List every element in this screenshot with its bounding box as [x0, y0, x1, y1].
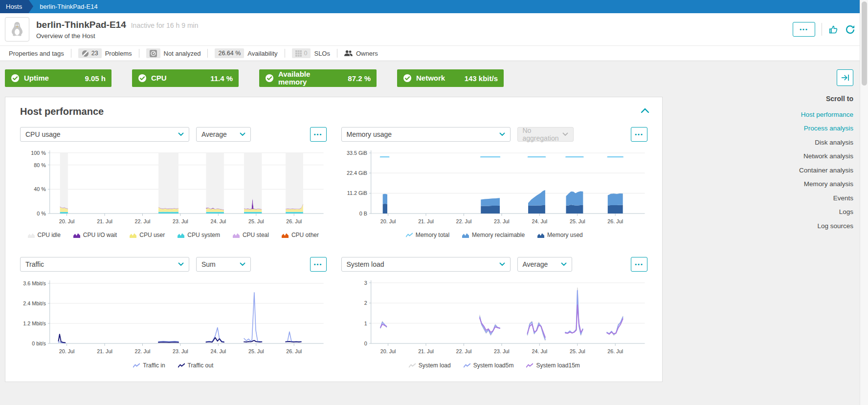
checkmark-icon [403, 74, 412, 83]
tab-badge: 0 [292, 48, 311, 58]
breadcrumb-hosts[interactable]: Hosts [0, 0, 29, 13]
chart-options-button[interactable]: ••• [631, 127, 647, 142]
cpu-usage-chart[interactable]: 0 %40 %80 %100 %20. Jul21. Jul22. Jul23.… [20, 147, 327, 228]
scroll-link-logs[interactable]: Logs [799, 208, 853, 215]
metric-selector-dropdown[interactable]: Memory usage [341, 127, 511, 142]
tile-label: Available memory [278, 70, 325, 86]
scroll-link-container-analysis[interactable]: Container analysis [799, 167, 853, 174]
tab-owners[interactable]: Owners [337, 46, 385, 61]
tile-network[interactable]: Network143 kbit/s [397, 69, 504, 87]
legend-label: Traffic in [143, 362, 165, 369]
scroll-link-network-analysis[interactable]: Network analysis [799, 152, 853, 160]
ellipsis-icon: ••• [635, 262, 644, 267]
legend-item-memory-total[interactable]: Memory total [406, 232, 449, 238]
ellipsis-icon: ••• [314, 132, 323, 137]
scrollbar[interactable] [860, 0, 868, 405]
scroll-link-host-performance[interactable]: Host performance [799, 111, 853, 118]
host-performance-card: Host performance CPU usageAverage•••0 %4… [5, 97, 663, 382]
tab-problems[interactable]: 23Problems [71, 46, 139, 61]
svg-text:23. Jul: 23. Jul [494, 348, 510, 354]
thumbs-up-button[interactable] [828, 24, 839, 35]
metric-selector-dropdown[interactable]: System load [341, 257, 511, 272]
refresh-icon [845, 24, 855, 35]
svg-text:0 B: 0 B [359, 211, 367, 216]
scroll-nav: Host performanceProcess analysisDisk ana… [799, 104, 853, 230]
svg-text:24. Jul: 24. Jul [210, 218, 226, 224]
tile-available-memory[interactable]: Available memory87.2 % [259, 69, 377, 87]
tab-badge [146, 48, 160, 58]
scroll-link-events[interactable]: Events [799, 194, 853, 202]
metric-selector-dropdown[interactable]: Traffic [20, 257, 189, 272]
more-actions-button[interactable]: ••• [793, 22, 815, 37]
tab-label: Properties and tags [9, 50, 64, 57]
legend-item-traffic-out[interactable]: Traffic out [178, 362, 214, 369]
page-title: berlin-ThinkPad-E14 [36, 20, 126, 30]
tile-uptime[interactable]: Uptime9.05 h [5, 69, 111, 87]
problems-icon [82, 50, 89, 57]
chart-options-button[interactable]: ••• [310, 127, 327, 142]
scrollbar-thumb[interactable] [862, 1, 867, 85]
aggregation-value: Sum [201, 260, 216, 268]
tab-properties-and-tags[interactable]: Properties and tags [2, 46, 71, 61]
scroll-link-disk-analysis[interactable]: Disk analysis [799, 139, 853, 146]
legend-item-traffic-in[interactable]: Traffic in [133, 362, 165, 369]
legend-item-system-load5m[interactable]: System load5m [464, 362, 514, 369]
breadcrumb-hosts-label: Hosts [6, 3, 22, 10]
svg-text:24. Jul: 24. Jul [532, 218, 547, 224]
aggregation-dropdown[interactable]: Average [196, 127, 251, 142]
tile-cpu[interactable]: CPU11.4 % [132, 69, 239, 87]
tile-label: CPU [151, 74, 167, 82]
svg-text:21. Jul: 21. Jul [418, 218, 434, 224]
metric-selector-value: Memory usage [347, 130, 392, 138]
legend-item-cpu-idle[interactable]: CPU idle [28, 232, 61, 238]
legend-item-system-load[interactable]: System load [409, 362, 451, 369]
legend-item-cpu-other[interactable]: CPU other [282, 232, 319, 238]
scroll-link-memory-analysis[interactable]: Memory analysis [799, 180, 853, 188]
scroll-link-process-analysis[interactable]: Process analysis [799, 125, 853, 132]
legend-item-cpu-i-o-wait[interactable]: CPU I/O wait [73, 232, 117, 238]
svg-text:22. Jul: 22. Jul [135, 218, 151, 224]
tab-label: Problems [105, 50, 132, 57]
svg-text:21. Jul: 21. Jul [97, 218, 112, 224]
aggregation-dropdown[interactable]: Average [517, 257, 572, 272]
chart-options-button[interactable]: ••• [310, 257, 327, 272]
tab-slos[interactable]: 0SLOs [285, 46, 337, 61]
legend-label: Memory reclaimable [472, 232, 525, 238]
refresh-button[interactable] [845, 24, 855, 35]
chart-controls: System loadAverage••• [341, 257, 648, 272]
traffic-chart[interactable]: 0 bit/s1.2 Mbit/s2.4 Mbit/s3.6 Mbit/s20.… [20, 277, 327, 358]
svg-text:22. Jul: 22. Jul [456, 218, 471, 224]
svg-text:20. Jul: 20. Jul [59, 348, 75, 354]
aggregation-dropdown[interactable]: Sum [196, 257, 251, 272]
scroll-link-log-sources[interactable]: Log sources [799, 222, 853, 230]
collapse-section-button[interactable] [638, 106, 652, 117]
checkmark-icon [11, 74, 20, 83]
chevron-up-icon [641, 108, 649, 113]
legend-item-cpu-system[interactable]: CPU system [178, 232, 220, 238]
svg-text:22. Jul: 22. Jul [456, 348, 471, 354]
legend-item-memory-used[interactable]: Memory used [537, 232, 583, 238]
svg-text:24. Jul: 24. Jul [532, 348, 547, 354]
badge-value: 23 [91, 50, 98, 57]
tab-availability[interactable]: 26.64 %Availability [208, 46, 284, 61]
legend-item-cpu-steal[interactable]: CPU steal [233, 232, 269, 238]
svg-text:26. Jul: 26. Jul [286, 348, 302, 354]
tab-label: Not analyzed [164, 50, 201, 57]
arrow-to-bar-icon [840, 73, 850, 83]
metric-selector-dropdown[interactable]: CPU usage [20, 127, 189, 142]
chart-legend: System loadSystem load5mSystem load15m [341, 362, 648, 369]
memory-usage-chart[interactable]: 0 B11.2 GiB22.4 GiB33.5 GiB20. Jul21. Ju… [341, 147, 648, 228]
legend-item-cpu-user[interactable]: CPU user [130, 232, 165, 238]
legend-label: Traffic out [188, 362, 214, 369]
svg-text:25. Jul: 25. Jul [569, 218, 585, 224]
chart-legend: CPU idleCPU I/O waitCPU userCPU systemCP… [20, 232, 327, 238]
collapse-sidebar-button[interactable] [837, 69, 853, 86]
metric-selector-value: CPU usage [25, 130, 61, 138]
scroll-to-sidebar: Scroll to Host performanceProcess analys… [663, 69, 868, 230]
legend-item-memory-reclaimable[interactable]: Memory reclaimable [462, 232, 525, 238]
system-load-chart[interactable]: 012320. Jul21. Jul22. Jul23. Jul24. Jul2… [341, 277, 648, 358]
chart-options-button[interactable]: ••• [631, 257, 647, 272]
tab-not-analyzed[interactable]: Not analyzed [139, 46, 208, 61]
legend-item-system-load15m[interactable]: System load15m [526, 362, 579, 369]
metric-selector-value: Traffic [25, 260, 44, 268]
